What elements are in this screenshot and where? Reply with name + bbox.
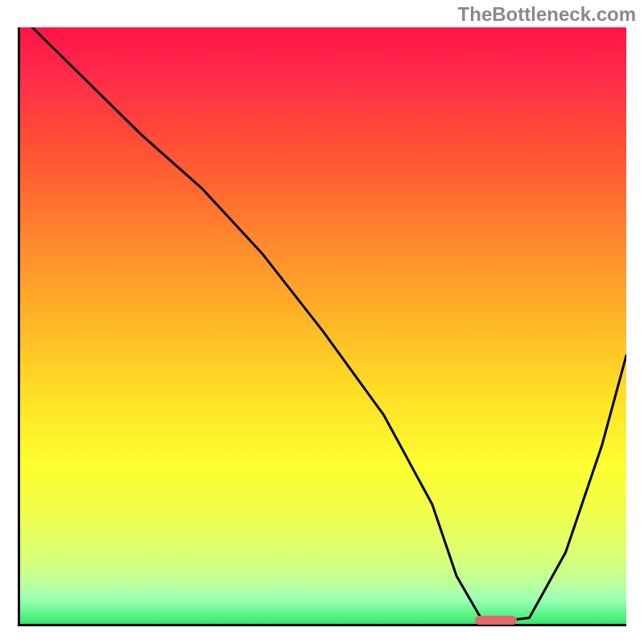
watermark-label: TheBottleneck.com [458, 3, 636, 26]
plot-area [18, 27, 626, 626]
optimal-marker [475, 616, 518, 625]
background-gradient [20, 27, 626, 624]
chart-container: TheBottleneck.com [0, 0, 644, 644]
